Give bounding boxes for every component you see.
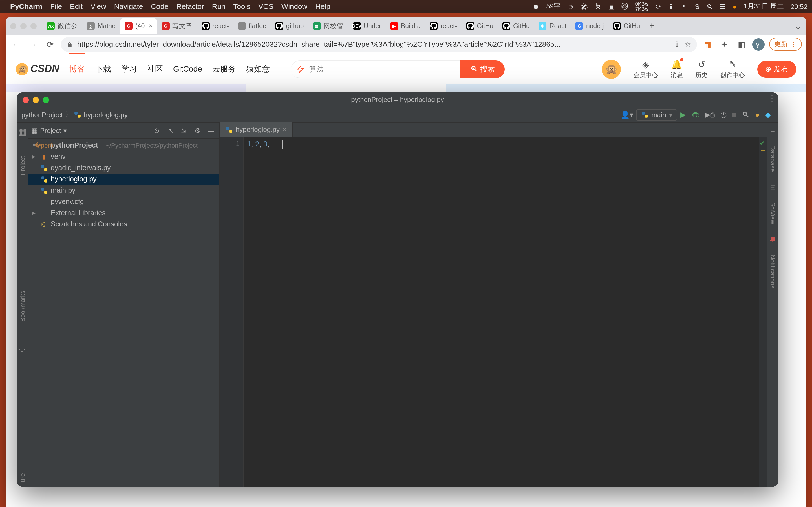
bookmarks-tool-label[interactable]: Bookmarks: [19, 291, 26, 322]
menu-code[interactable]: Code: [151, 2, 168, 11]
csdn-nav-item[interactable]: 社区: [147, 64, 163, 74]
csdn-消息[interactable]: 🔔消息: [670, 59, 683, 79]
editor-tab-hyperloglog[interactable]: hyperloglog.py ×: [220, 122, 293, 137]
close-tab-icon[interactable]: ×: [283, 126, 287, 133]
sidepanel-icon[interactable]: ◧: [735, 38, 748, 50]
csdn-创作中心[interactable]: ✎创作中心: [720, 59, 745, 79]
emoji-icon[interactable]: ☺: [567, 3, 574, 10]
add-user-icon[interactable]: 👤▾: [618, 110, 637, 119]
browser-tab[interactable]: ∑Mathe: [82, 18, 120, 34]
project-tool-label[interactable]: Project: [19, 156, 26, 175]
csdn-nav-item[interactable]: 下载: [95, 64, 111, 74]
csdn-历史[interactable]: ↺历史: [695, 59, 708, 79]
tree-file[interactable]: dyadic_intervals.py: [28, 162, 219, 173]
ide-updates-icon[interactable]: ●: [752, 110, 762, 119]
sciview-tool-label[interactable]: SciView: [769, 202, 776, 224]
menu-file[interactable]: File: [50, 2, 62, 11]
hide-icon[interactable]: —: [206, 125, 216, 135]
active-app-name[interactable]: PyCharm: [10, 2, 42, 11]
select-opened-icon[interactable]: ⊙: [152, 125, 162, 135]
time[interactable]: 20:52: [791, 3, 808, 10]
forward-button[interactable]: →: [27, 38, 40, 50]
bookmarks-tool-icon[interactable]: ⛉: [18, 344, 27, 354]
mic-icon[interactable]: 🎤︎: [581, 3, 588, 10]
browser-tab[interactable]: react-: [425, 18, 462, 34]
control-center-icon[interactable]: ☰: [720, 3, 726, 10]
inspection-ok-icon[interactable]: ✔: [760, 140, 765, 147]
search-input[interactable]: [291, 60, 460, 78]
code-with-me-icon[interactable]: ◆: [762, 110, 774, 119]
menu-run[interactable]: Run: [212, 2, 225, 11]
csdn-nav-item[interactable]: 猿如意: [246, 64, 270, 74]
new-tab-button[interactable]: +: [645, 21, 659, 31]
breadcrumb[interactable]: pythonProject 〉 hyperloglog.py: [21, 110, 128, 119]
sync-icon[interactable]: ⟳: [656, 3, 661, 10]
address-bar[interactable]: 🔒︎ https://blog.csdn.net/tyler_download/…: [61, 37, 697, 52]
run-button[interactable]: ▶: [677, 110, 689, 119]
browser-tab[interactable]: GitHu: [498, 18, 534, 34]
browser-tab[interactable]: GitHu: [608, 18, 645, 34]
browser-tab[interactable]: C(40×: [120, 18, 157, 34]
browser-tab[interactable]: ▶Build a: [386, 18, 425, 34]
tree-root[interactable]: ▼�però pythonProject ~/PycharmProjects/p…: [28, 140, 219, 151]
expand-all-icon[interactable]: ⇱: [165, 125, 175, 135]
structure-tool-label[interactable]: ure: [19, 473, 26, 482]
browser-tab[interactable]: GitHu: [462, 18, 498, 34]
notifications-tool-label[interactable]: Notifications: [769, 255, 776, 288]
menu-tools[interactable]: Tools: [234, 2, 251, 11]
tree-file[interactable]: ≡pyvenv.cfg: [28, 196, 219, 207]
code-editor[interactable]: 1, 2, 3, ...: [244, 137, 759, 487]
csdn-user-avatar[interactable]: 🙊: [602, 59, 621, 78]
cat-icon[interactable]: 🐱︎: [621, 3, 628, 10]
csdn-nav-item[interactable]: GitCode: [173, 64, 202, 74]
csdn-nav-item[interactable]: 博客: [69, 64, 85, 74]
menu-window[interactable]: Window: [282, 2, 308, 11]
csdn-会员中心[interactable]: ◈会员中心: [633, 59, 658, 79]
csdn-nav-item[interactable]: 云服务: [212, 64, 236, 74]
menu-help[interactable]: Help: [315, 2, 331, 11]
weread-icon[interactable]: ▣: [608, 3, 614, 10]
collapse-all-icon[interactable]: ⇲: [179, 125, 189, 135]
profile-button[interactable]: ◷: [718, 110, 729, 119]
bookmark-icon[interactable]: ☆: [684, 40, 691, 48]
notifications-tool-icon[interactable]: 🔔︎: [769, 235, 776, 243]
battery-icon[interactable]: 🔋︎: [668, 3, 675, 10]
tree-file[interactable]: main.py: [28, 185, 219, 196]
menu-view[interactable]: View: [91, 2, 106, 11]
search-button[interactable]: 🔍︎ 搜索: [460, 60, 505, 78]
editor-tab-menu-icon[interactable]: ⋮: [768, 94, 776, 103]
browser-tab[interactable]: C写文章: [157, 18, 197, 34]
browser-tab[interactable]: ·flatfee: [234, 18, 271, 34]
menu-edit[interactable]: Edit: [70, 2, 83, 11]
browser-tab[interactable]: wx微信公: [42, 18, 82, 34]
close-tab-icon[interactable]: ×: [149, 22, 153, 30]
menu-navigate[interactable]: Navigate: [114, 2, 143, 11]
date[interactable]: 1月31日 周二: [744, 2, 784, 11]
project-view-selector[interactable]: ▦ Project ▾: [32, 126, 67, 134]
database-tool-icon[interactable]: ≡: [771, 126, 775, 134]
profile-avatar[interactable]: yi: [752, 38, 765, 50]
browser-tab[interactable]: ⚛React: [534, 18, 571, 34]
lock-icon[interactable]: 🔒︎: [66, 41, 73, 48]
back-button[interactable]: ←: [10, 38, 22, 50]
debug-button[interactable]: 🐞︎: [689, 110, 702, 119]
chrome-traffic-lights[interactable]: [10, 23, 37, 29]
wifi-icon[interactable]: ᯤ: [681, 3, 688, 10]
settings-icon[interactable]: ⚙: [192, 125, 202, 135]
browser-tab[interactable]: github: [271, 18, 308, 34]
spotlight-icon[interactable]: 🔍︎: [706, 3, 713, 10]
record-icon[interactable]: ⏺: [532, 3, 539, 10]
share-icon[interactable]: ⇧: [674, 40, 680, 48]
tree-folder-venv[interactable]: ▶▮venv: [28, 151, 219, 162]
project-tool-icon[interactable]: ▦: [18, 126, 27, 137]
extension-firefox-icon[interactable]: ▦: [702, 38, 714, 50]
publish-button[interactable]: ⊕ 发布: [757, 61, 796, 77]
menu-refactor[interactable]: Refactor: [176, 2, 204, 11]
sciview-tool-icon[interactable]: ⊞: [770, 183, 776, 191]
update-button[interactable]: 更新⋮: [769, 38, 802, 51]
reload-button[interactable]: ⟳: [44, 38, 56, 50]
browser-tab[interactable]: DEVUnder: [348, 18, 386, 34]
warning-stripe[interactable]: [761, 150, 765, 151]
ime-indicator[interactable]: 英: [595, 2, 601, 11]
database-tool-label[interactable]: Database: [769, 145, 776, 172]
